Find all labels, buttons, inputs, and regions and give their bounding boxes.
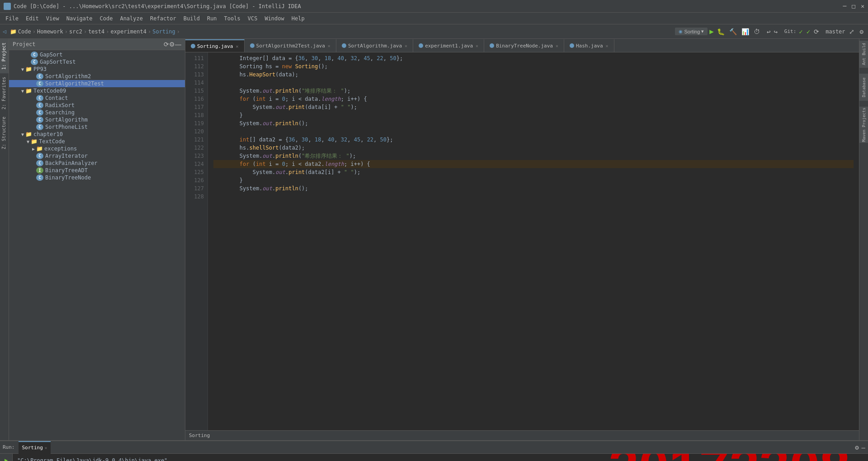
- database-button[interactable]: Database: [859, 74, 868, 101]
- run-config-arrow: ▾: [701, 28, 704, 34]
- code-content[interactable]: Integer[] data = {36, 30, 18, 40, 32, 45…: [208, 52, 859, 430]
- tree-item-binarytreenode[interactable]: C BinaryTreeNode: [9, 174, 185, 181]
- menu-tools[interactable]: Tools: [221, 13, 244, 24]
- tree-item-sortalgorithm[interactable]: C SortAlgorithm: [9, 116, 185, 123]
- breadcrumb-experiment4[interactable]: experiment4: [111, 28, 146, 35]
- run-minimize-icon[interactable]: —: [862, 444, 865, 451]
- main-area: 1: Project 2: Favorites Z: Structure Pro…: [0, 39, 868, 440]
- tab-binarytreenode-java[interactable]: BinaryTreeNode.java ✕: [484, 39, 564, 52]
- tab-close-hash[interactable]: ✕: [606, 43, 609, 48]
- redo-button[interactable]: ↪: [774, 28, 777, 35]
- tree-item-textcode09[interactable]: ▼ 📁 TextCode09: [9, 87, 185, 94]
- tree-item-arrayiterator[interactable]: C ArrayIterator: [9, 152, 185, 160]
- tab-close-btn[interactable]: ✕: [556, 43, 558, 48]
- debug-button[interactable]: 🐛: [717, 28, 725, 35]
- tab-experiment1-java[interactable]: experiment1.java ✕: [413, 39, 484, 52]
- maven-projects-button[interactable]: Maven Projects: [859, 107, 868, 143]
- tree-item-sortphonelist[interactable]: C SortPhoneList: [9, 123, 185, 131]
- tab-favorites[interactable]: 2: Favorites: [0, 73, 9, 113]
- expand-button[interactable]: ⤢: [849, 28, 854, 35]
- tab-project[interactable]: 1: Project: [0, 39, 9, 73]
- tab-label-sorting: Sorting.java: [197, 43, 233, 49]
- menu-vcs[interactable]: VCS: [244, 13, 261, 24]
- tree-item-textcode[interactable]: ▼ 📁 TextCode: [9, 138, 185, 145]
- tree-item-gapsorttest[interactable]: C GapSortTest: [9, 58, 185, 66]
- breadcrumb-test4[interactable]: test4: [88, 28, 104, 35]
- menu-help[interactable]: Help: [288, 13, 308, 24]
- menu-run[interactable]: Run: [203, 13, 221, 24]
- menu-window[interactable]: Window: [261, 13, 288, 24]
- ant-build-button[interactable]: Ant Build: [859, 41, 868, 68]
- tree-item-searching[interactable]: C Searching: [9, 109, 185, 116]
- code-line-111: Integer[] data = {36, 30, 18, 40, 32, 45…: [213, 54, 854, 62]
- tab-hash-java[interactable]: Hash.java ✕: [564, 39, 614, 52]
- tree-label-sortalgorithm2: SortAlgorithm2: [45, 73, 91, 80]
- code-line-115: System.out.println("堆排序结果： ");: [213, 87, 854, 95]
- run-config-dropdown[interactable]: ◉ Sorting ▾: [675, 28, 708, 35]
- undo-button[interactable]: ↩: [767, 28, 770, 35]
- breadcrumb-src2[interactable]: src2: [69, 28, 82, 35]
- tree-item-pp93[interactable]: ▼ 📁 PP93: [9, 66, 185, 73]
- git-checkmark2[interactable]: ✓: [807, 28, 810, 35]
- menu-analyze[interactable]: Analyze: [116, 13, 146, 24]
- menu-edit[interactable]: Edit: [22, 13, 42, 24]
- tab-close-exp1[interactable]: ✕: [476, 43, 478, 48]
- tree-item-chapter10[interactable]: ▼ 📁 chapter10: [9, 131, 185, 138]
- git-checkmark1[interactable]: ✓: [799, 28, 802, 35]
- run-output: "C:\Program Files\Java\jdk-9.0.4\bin\jav…: [13, 454, 868, 461]
- editor-tabs: Sorting.java ✕ SortAlgorithm2Test.java ✕…: [185, 39, 859, 52]
- close-button[interactable]: ✕: [861, 3, 864, 9]
- tree-item-binarytreeadt[interactable]: I BinaryTreeADT: [9, 167, 185, 174]
- menu-build[interactable]: Build: [180, 13, 203, 24]
- project-collapse-button[interactable]: —: [175, 41, 181, 48]
- breadcrumb-code-icon: 📁: [10, 28, 17, 35]
- build-button[interactable]: 🔨: [729, 28, 737, 35]
- tab-sorting-java[interactable]: Sorting.java ✕: [185, 39, 245, 52]
- menu-navigate[interactable]: Navigate: [63, 13, 96, 24]
- menu-refactor[interactable]: Refactor: [146, 13, 180, 24]
- run-button[interactable]: ▶: [709, 27, 714, 36]
- run-config-label: Sorting: [684, 29, 700, 34]
- breadcrumb-homework[interactable]: Homework: [37, 28, 63, 35]
- minimize-button[interactable]: ─: [843, 3, 847, 9]
- project-tree: C GapSort C GapSortTest ▼ 📁 PP93 C: [9, 50, 185, 440]
- maximize-button[interactable]: □: [852, 3, 855, 9]
- breadcrumb-code[interactable]: Code: [18, 28, 31, 35]
- profile-button[interactable]: ⏱: [754, 28, 760, 35]
- tree-item-gapsort[interactable]: C GapSort: [9, 51, 185, 58]
- tree-item-exceptions[interactable]: ▶ 📁 exceptions: [9, 145, 185, 152]
- tab-sortalgorithm-java[interactable]: SortAlgorithm.java ✕: [336, 39, 413, 52]
- tab-structure[interactable]: Z: Structure: [0, 113, 9, 153]
- tab-sortalgorithm2test-java[interactable]: SortAlgorithm2Test.java ✕: [245, 39, 336, 52]
- menu-file[interactable]: File: [2, 13, 22, 24]
- tree-label-gapsorttest: GapSortTest: [40, 59, 75, 65]
- tree-item-sortalgorithm2test[interactable]: C SortAlgorithm2Test: [9, 80, 185, 87]
- tree-arrow: ▼: [20, 132, 25, 137]
- tree-item-sortalgorithm2[interactable]: C SortAlgorithm2: [9, 73, 185, 80]
- tree-label-binarytreeadt: BinaryTreeADT: [45, 167, 88, 174]
- menu-view[interactable]: View: [42, 13, 63, 24]
- run-tab-close[interactable]: ✕: [45, 446, 47, 450]
- coverage-button[interactable]: 📊: [741, 28, 749, 35]
- run-tab-sorting[interactable]: Sorting ✕: [19, 441, 51, 454]
- tree-item-backpainanalyzer[interactable]: C BackPainAnalyzer: [9, 160, 185, 167]
- run-play-button[interactable]: ▶: [2, 456, 11, 461]
- nav-back-icon[interactable]: ◁: [3, 28, 6, 35]
- tab-close-sorting[interactable]: ✕: [236, 44, 238, 49]
- menu-code[interactable]: Code: [96, 13, 117, 24]
- git-history-button[interactable]: ⟳: [814, 28, 819, 35]
- tab-icon: [342, 43, 346, 48]
- settings-button[interactable]: ⚙: [860, 28, 863, 35]
- tab-close-sa2test[interactable]: ✕: [328, 43, 330, 48]
- project-settings-button[interactable]: ⚙: [169, 41, 175, 48]
- tree-item-radixsort[interactable]: C RadixSort: [9, 102, 185, 109]
- tab-close-sa[interactable]: ✕: [405, 43, 407, 48]
- tree-label-binarytreenode: BinaryTreeNode: [45, 174, 91, 181]
- tree-item-contact[interactable]: C Contact: [9, 94, 185, 102]
- breadcrumb-sorting[interactable]: Sorting: [152, 28, 175, 35]
- class-icon: C: [36, 117, 43, 123]
- tree-arrow: ▼: [25, 139, 31, 144]
- info-icon: I: [36, 167, 43, 174]
- run-settings-icon[interactable]: ⚙: [855, 444, 859, 451]
- project-sync-button[interactable]: ⟳: [164, 41, 169, 48]
